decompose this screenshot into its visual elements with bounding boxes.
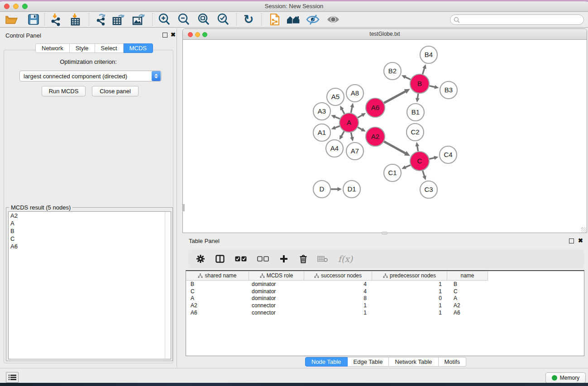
delete-row-button[interactable] — [297, 253, 309, 265]
graph-edge[interactable] — [423, 68, 425, 74]
graph-edge[interactable] — [358, 115, 363, 118]
graph-edge[interactable] — [417, 94, 418, 99]
result-list-item[interactable]: C — [9, 235, 171, 243]
graph-edge[interactable] — [384, 142, 406, 153]
tab-select[interactable]: Select — [95, 43, 124, 53]
table-cell[interactable]: A2 — [186, 302, 249, 309]
table-cell[interactable]: 4 — [304, 281, 372, 287]
table-row[interactable]: Cdominator41C — [186, 288, 584, 295]
select-all-columns-button[interactable] — [234, 253, 248, 265]
graph-node[interactable]: B4 — [420, 46, 437, 63]
graph-edge[interactable] — [342, 109, 344, 114]
graph-edge[interactable] — [429, 86, 435, 87]
table-row[interactable]: A2connector11A2 — [186, 302, 584, 309]
column-header[interactable]: successor nodes — [304, 271, 372, 281]
table-row[interactable]: A6connector11A6 — [186, 309, 584, 316]
table-settings-button[interactable] — [195, 253, 206, 265]
graph-node[interactable]: B — [410, 74, 429, 93]
tab-edge-table[interactable]: Edge Table — [348, 357, 389, 367]
table-cell[interactable]: C — [186, 288, 249, 295]
graph-node[interactable]: B3 — [440, 81, 457, 99]
graph-edge[interactable] — [417, 146, 418, 151]
network-canvas[interactable]: B4B2BB3A8A5A6A3B1AC2A1A2A4A7C4CC1C3DD1 — [183, 40, 587, 233]
zoom-in-button[interactable] — [157, 13, 172, 26]
float-panel-icon[interactable] — [163, 33, 167, 38]
graph-node[interactable]: C3 — [420, 181, 437, 198]
table-row[interactable]: Adominator80A — [186, 295, 584, 302]
column-header[interactable]: name — [447, 271, 488, 281]
network-zoom-light[interactable] — [202, 32, 207, 37]
table-row[interactable]: Bdominator41B — [186, 281, 584, 288]
table-cell[interactable]: 1 — [372, 310, 447, 316]
canvas-scrollbar-thumb[interactable] — [183, 204, 185, 211]
graph-node[interactable]: A2 — [366, 127, 385, 146]
graph-node[interactable]: A4 — [326, 140, 343, 157]
graph-node[interactable]: C2 — [406, 124, 424, 141]
network-minimize-light[interactable] — [195, 32, 200, 37]
table-cell[interactable]: 1 — [304, 302, 372, 309]
node-table[interactable]: shared nameMCDS rolesuccessor nodesprede… — [186, 270, 584, 356]
app-titlebar[interactable]: Session: New Session — [0, 1, 588, 12]
table-cell[interactable]: 1 — [372, 302, 447, 309]
graph-node[interactable]: A — [339, 113, 359, 132]
table-cell[interactable]: dominator — [249, 295, 304, 301]
graph-node[interactable]: A6 — [366, 98, 385, 117]
table-cell[interactable]: 1 — [372, 288, 447, 295]
network-from-clipboard-button[interactable] — [267, 13, 282, 26]
table-cell[interactable]: A6 — [447, 310, 488, 316]
result-list-item[interactable]: A2 — [9, 212, 171, 219]
tab-node-table[interactable]: Node Table — [305, 357, 348, 367]
graph-node[interactable]: B2 — [384, 62, 401, 80]
table-cell[interactable]: A — [186, 295, 249, 301]
add-row-button[interactable] — [278, 253, 290, 265]
column-header[interactable]: shared name — [186, 271, 249, 281]
search-input[interactable] — [462, 17, 575, 23]
refresh-view-button[interactable]: ↻ — [241, 13, 256, 26]
tab-network[interactable]: Network — [35, 43, 70, 53]
result-scrollbar[interactable] — [165, 212, 171, 359]
tab-mcds[interactable]: MCDS — [124, 43, 153, 53]
table-cell[interactable]: dominator — [249, 281, 304, 287]
task-history-button[interactable] — [6, 372, 19, 383]
table-cell[interactable]: C — [447, 288, 488, 295]
tab-motifs[interactable]: Motifs — [439, 357, 467, 367]
zoom-selected-button[interactable] — [215, 13, 231, 26]
graph-node[interactable]: C4 — [440, 146, 457, 163]
splitter-handle[interactable] — [382, 232, 387, 234]
graph-node[interactable]: B1 — [407, 104, 424, 121]
graph-edge[interactable] — [405, 165, 411, 167]
graph-edge[interactable] — [405, 77, 411, 80]
graph-edge[interactable] — [423, 171, 425, 176]
table-cell[interactable]: 4 — [304, 288, 372, 295]
birdseye-view-button[interactable] — [325, 13, 341, 26]
network-window-titlebar[interactable]: testGlobe.txt — [183, 29, 587, 40]
memory-button[interactable]: Memory — [545, 372, 586, 383]
show-hide-graphics-details-button[interactable] — [305, 13, 320, 26]
export-network-button[interactable] — [94, 13, 109, 26]
graph-edge[interactable] — [358, 127, 362, 129]
result-list-item[interactable]: A6 — [9, 243, 171, 250]
network-view-window[interactable]: testGlobe.txt B4B2BB3A8A5A6A3B1AC2A1A2A4… — [182, 29, 587, 233]
table-cell[interactable]: A — [447, 295, 488, 301]
table-cell[interactable]: 0 — [372, 295, 447, 301]
table-cell[interactable]: dominator — [249, 288, 304, 295]
table-cell[interactable]: A6 — [186, 310, 249, 316]
graph-node[interactable]: A5 — [327, 88, 344, 105]
unselect-all-columns-button[interactable] — [256, 253, 270, 265]
graph-node[interactable]: A8 — [346, 85, 363, 102]
graph-node[interactable]: A1 — [313, 124, 330, 141]
result-list-item[interactable]: B — [9, 227, 171, 235]
window-resize-grip[interactable] — [581, 227, 586, 232]
graph-node[interactable]: C1 — [384, 164, 401, 181]
export-image-button[interactable] — [131, 13, 146, 26]
table-cell[interactable]: A2 — [447, 302, 488, 309]
tab-network-table[interactable]: Network Table — [389, 357, 438, 367]
table-cell[interactable]: 1 — [372, 281, 447, 287]
window-minimize-light[interactable] — [13, 4, 19, 9]
graph-edge[interactable] — [384, 91, 406, 103]
search-box[interactable] — [450, 14, 584, 25]
graph-node[interactable]: A7 — [346, 143, 363, 160]
tab-style[interactable]: Style — [70, 43, 95, 53]
import-network-button[interactable] — [48, 13, 64, 26]
network-graph[interactable]: B4B2BB3A8A5A6A3B1AC2A1A2A4A7C4CC1C3DD1 — [183, 40, 587, 233]
